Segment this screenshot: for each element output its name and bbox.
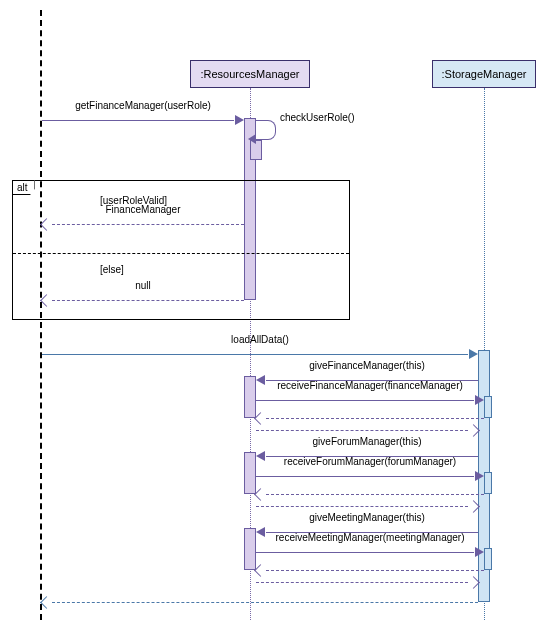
- msg-return-finance-manager: FinanceManager: [42, 218, 244, 232]
- msg-check-user-role-loop: [256, 120, 276, 140]
- msg-return-meeting-2: [256, 576, 478, 590]
- participant-storage-manager: :StorageManager: [432, 60, 536, 88]
- message-label: loadAllData(): [42, 334, 478, 345]
- message-label: receiveMeetingManager(meetingManager): [256, 532, 484, 543]
- msg-return-null: null: [42, 294, 244, 308]
- activation-storage-forum: [484, 472, 492, 494]
- activation-storage-meeting: [484, 548, 492, 570]
- msg-receive-finance-manager: receiveFinanceManager(financeManager): [256, 394, 484, 408]
- message-label: receiveFinanceManager(financeManager): [256, 380, 484, 391]
- participant-label: :StorageManager: [442, 68, 527, 80]
- msg-final-return: [42, 596, 478, 610]
- fragment-tag: alt: [12, 180, 35, 195]
- message-label: giveMeetingManager(this): [256, 512, 478, 523]
- activation-resources-meeting: [244, 528, 256, 570]
- msg-get-finance-manager: getFinanceManager(userRole): [42, 114, 244, 128]
- activation-storage-fm: [484, 396, 492, 418]
- message-label: getFinanceManager(userRole): [42, 100, 244, 111]
- message-label: checkUserRole(): [280, 112, 354, 123]
- message-label: receiveForumManager(forumManager): [256, 456, 484, 467]
- message-label: FinanceManager: [42, 204, 244, 215]
- participant-label: :ResourcesManager: [200, 68, 299, 80]
- sequence-diagram: :ResourcesManager :StorageManager getFin…: [0, 0, 539, 637]
- message-label: giveFinanceManager(this): [256, 360, 478, 371]
- message-label: giveForumManager(this): [256, 436, 478, 447]
- activation-resources-fm: [244, 376, 256, 418]
- guard-2: [else]: [100, 264, 124, 275]
- msg-receive-forum-manager: receiveForumManager(forumManager): [256, 470, 484, 484]
- fragment-divider: [13, 253, 349, 254]
- msg-receive-meeting-manager: receiveMeetingManager(meetingManager): [256, 546, 484, 560]
- message-label: null: [42, 280, 244, 291]
- participant-resources-manager: :ResourcesManager: [190, 60, 310, 88]
- activation-resources-forum: [244, 452, 256, 494]
